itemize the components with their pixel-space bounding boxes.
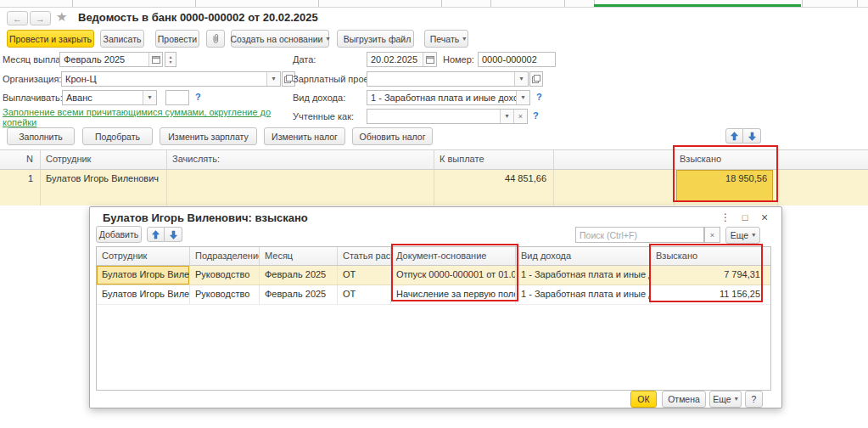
column-header-article[interactable]: Статья рас... xyxy=(338,247,391,265)
month-spinner[interactable]: ▴ ▾ xyxy=(165,52,176,67)
print-button[interactable]: Печать ▾ xyxy=(424,30,468,48)
attachments-button[interactable] xyxy=(206,30,225,48)
cell-to-pay[interactable]: 44 851,66 xyxy=(434,170,554,206)
footer-more-button[interactable]: Еще ▾ xyxy=(709,391,742,408)
column-header-to-pay[interactable]: К выплате xyxy=(434,150,554,169)
cell-collected[interactable]: 7 794,31 xyxy=(651,266,770,284)
chevron-down-icon[interactable]: ▾ xyxy=(514,72,528,86)
date-value: 20.02.2025 xyxy=(367,53,423,66)
cell-article[interactable]: ОТ xyxy=(338,266,391,284)
caret-down-icon: ▾ xyxy=(326,36,329,42)
cell-base-doc[interactable]: Начисление за первую половин... xyxy=(391,285,516,304)
payroll-table-header: N Сотрудник Зачислять: К выплате Взыскан… xyxy=(0,149,868,170)
forward-arrow-icon: → xyxy=(36,14,45,24)
search-input[interactable] xyxy=(575,227,704,243)
post-and-close-button[interactable]: Провести и закрыть xyxy=(7,30,94,48)
fill-button[interactable]: Заполнить xyxy=(7,127,75,145)
column-header-credit[interactable]: Зачислять: xyxy=(167,150,434,169)
favorite-star-icon[interactable]: ★ xyxy=(56,9,67,25)
income-type-field[interactable]: 1 - Заработная плата и иные доходы с огр… xyxy=(367,90,530,105)
cell-income-type[interactable]: 1 - Заработная плата и иные доходы... xyxy=(516,285,651,304)
chevron-down-icon[interactable]: ▾ xyxy=(516,91,529,104)
help-button[interactable]: ? xyxy=(745,391,763,408)
salary-project-field[interactable]: ▾ xyxy=(367,71,529,87)
move-down-button[interactable] xyxy=(743,128,761,144)
move-up-button[interactable] xyxy=(725,128,743,144)
create-based-on-button[interactable]: Создать на основании ▾ xyxy=(231,30,329,48)
cell-department[interactable]: Руководство xyxy=(190,266,260,284)
cell-employee[interactable]: Булатов Игорь Виленович xyxy=(97,285,190,304)
ok-button[interactable]: ОК xyxy=(630,391,657,408)
pay-value: Аванс xyxy=(63,91,143,104)
calendar-icon[interactable] xyxy=(423,53,436,66)
cell-month[interactable]: Февраль 2025 xyxy=(260,266,338,284)
more-button[interactable]: Еще ▾ xyxy=(725,227,760,244)
accounted-as-field[interactable]: ▾ × xyxy=(367,109,528,124)
pay-extra-field[interactable] xyxy=(165,90,189,105)
save-button[interactable]: Записать xyxy=(100,30,144,48)
post-button[interactable]: Провести xyxy=(155,30,199,48)
column-header-month[interactable]: Месяц xyxy=(260,247,338,265)
cell-n[interactable]: 1 xyxy=(0,170,41,206)
dialog-menu-button[interactable]: ⋮ xyxy=(718,211,733,223)
chevron-down-icon[interactable]: ▾ xyxy=(500,110,513,123)
organization-value: Крон-Ц xyxy=(62,72,266,86)
cell-credit[interactable] xyxy=(167,170,434,206)
dialog-move-down-button[interactable] xyxy=(165,227,182,242)
table-row[interactable]: Булатов Игорь Виленович Руководство Февр… xyxy=(97,285,770,305)
cell-department[interactable]: Руководство xyxy=(190,285,260,304)
month-field[interactable]: Февраль 2025 xyxy=(59,52,163,67)
date-field[interactable]: 20.02.2025 xyxy=(367,52,437,67)
chevron-down-icon[interactable]: ▾ xyxy=(143,91,156,104)
cell-spacer xyxy=(554,170,675,206)
cell-income-type[interactable]: 1 - Заработная плата и иные доходы... xyxy=(516,266,651,284)
column-header-collected[interactable]: Взыскано xyxy=(675,150,778,169)
organization-field[interactable]: Крон-Ц ▾ xyxy=(61,71,281,87)
month-value: Февраль 2025 xyxy=(60,53,148,66)
fill-all-sums-link[interactable]: Заполнение всеми причитающимися суммами,… xyxy=(3,107,298,127)
selected-cell-collected[interactable]: 18 950,56 xyxy=(676,170,773,201)
change-tax-button[interactable]: Изменить налог xyxy=(264,127,345,145)
pay-label: Выплачивать: xyxy=(3,90,63,105)
update-tax-button[interactable]: Обновить налог xyxy=(352,127,433,145)
calendar-icon[interactable] xyxy=(148,53,162,66)
pay-help-icon[interactable]: ? xyxy=(195,92,201,102)
tab-separator xyxy=(195,0,196,7)
tab-separator xyxy=(857,0,858,7)
pay-field[interactable]: Аванс ▾ xyxy=(62,90,157,105)
column-header-n[interactable]: N xyxy=(0,150,41,169)
cell-collected[interactable]: 11 156,25 xyxy=(651,285,770,304)
dialog-close-button[interactable]: × xyxy=(757,211,772,223)
column-header-income-type[interactable]: Вид дохода xyxy=(516,247,651,265)
column-header-collected[interactable]: Взыскано xyxy=(651,247,770,265)
forward-button[interactable]: → xyxy=(30,11,51,25)
table-row[interactable]: Булатов Игорь Виленович Руководство Февр… xyxy=(97,266,770,285)
chevron-down-icon[interactable]: ▾ xyxy=(266,72,280,86)
cell-employee[interactable]: Булатов Игорь Виленович xyxy=(97,266,190,284)
cell-employee[interactable]: Булатов Игорь Виленович xyxy=(41,170,167,206)
cell-base-doc[interactable]: Отпуск 0000-000001 от 01.02.2025 xyxy=(391,266,516,284)
cell-month[interactable]: Февраль 2025 xyxy=(260,285,338,304)
close-icon: × xyxy=(761,211,768,224)
search-clear-button[interactable]: × xyxy=(704,227,720,243)
salary-project-open-button[interactable] xyxy=(529,71,543,87)
change-salary-button[interactable]: Изменить зарплату xyxy=(160,127,257,145)
table-empty-area[interactable] xyxy=(97,305,770,390)
export-file-button[interactable]: Выгрузить файл xyxy=(337,30,414,48)
column-header-employee[interactable]: Сотрудник xyxy=(41,150,167,169)
cancel-button[interactable]: Отмена xyxy=(662,391,706,408)
column-header-base-doc[interactable]: Документ-основание xyxy=(391,247,516,265)
add-button[interactable]: Добавить xyxy=(96,226,142,243)
active-tab-indicator[interactable] xyxy=(594,4,801,7)
back-button[interactable]: ← xyxy=(7,11,28,25)
income-type-help-icon[interactable]: ? xyxy=(536,92,542,102)
dialog-maximize-button[interactable]: □ xyxy=(737,211,753,223)
column-header-employee[interactable]: Сотрудник xyxy=(97,247,190,265)
dialog-move-up-button[interactable] xyxy=(147,227,165,242)
pick-button[interactable]: Подобрать xyxy=(82,127,153,145)
clear-icon[interactable]: × xyxy=(513,110,527,123)
number-field[interactable]: 0000-000002 xyxy=(478,52,556,67)
column-header-department[interactable]: Подразделение xyxy=(190,247,260,265)
cell-article[interactable]: ОТ xyxy=(338,285,391,304)
accounted-as-help-icon[interactable]: ? xyxy=(533,110,539,121)
